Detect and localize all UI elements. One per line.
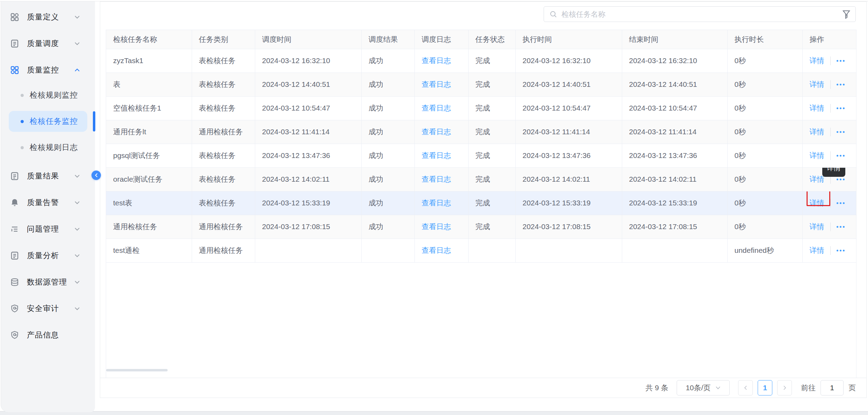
more-actions-button[interactable]	[837, 155, 845, 157]
view-log-link[interactable]: 查看日志	[422, 222, 451, 231]
sidebar-item-quality-analysis[interactable]: 质量分析	[1, 247, 95, 264]
detail-link[interactable]: 详情	[810, 127, 824, 137]
cell-duration: 0秒	[727, 167, 802, 191]
cell-task-status: 完成	[468, 144, 515, 167]
col-header-schedule-time: 调度时间	[255, 30, 361, 49]
sidebar-item-issue-management[interactable]: 问题管理	[1, 221, 95, 237]
cell-schedule-time: 2024-03-12 15:33:19	[255, 191, 361, 215]
more-actions-button[interactable]	[837, 179, 845, 180]
sidebar-item-task-monitoring[interactable]: 检核任务监控	[9, 111, 87, 132]
cell-schedule-log: 查看日志	[414, 191, 468, 215]
view-log-link[interactable]: 查看日志	[422, 199, 451, 207]
detail-link[interactable]: 详情	[810, 174, 824, 184]
view-log-link[interactable]: 查看日志	[422, 56, 451, 65]
document-icon	[10, 251, 19, 260]
sidebar-collapse-button[interactable]	[91, 171, 101, 180]
chevron-down-icon	[74, 280, 80, 284]
cell-task-type: 表检核任务	[192, 49, 255, 73]
sidebar-item-rule-logs[interactable]: 检核规则日志	[9, 137, 87, 158]
sidebar-item-datasource-management[interactable]: 数据源管理	[1, 274, 95, 290]
col-header-schedule-log: 调度日志	[414, 30, 468, 49]
cell-end-time: 2024-03-12 11:41:14	[622, 120, 727, 144]
col-header-exec-time: 执行时间	[515, 30, 622, 49]
action-divider	[830, 199, 831, 208]
cell-schedule-time: 2024-03-12 10:54:47	[255, 96, 361, 120]
sidebar-item-label: 质量告警	[27, 197, 59, 208]
cell-schedule-time: 2024-03-12 14:40:51	[255, 73, 361, 96]
more-actions-button[interactable]	[837, 107, 845, 109]
cell-exec-time: 2024-03-12 15:33:19	[515, 191, 622, 215]
more-actions-button[interactable]	[837, 250, 845, 251]
detail-link[interactable]: 详情	[810, 222, 824, 232]
sidebar-item-quality-definition[interactable]: 质量定义	[1, 9, 95, 25]
page-suffix-label: 页	[848, 383, 856, 393]
table-row: oracle测试任务 表检核任务 2024-03-12 14:02:11 成功 …	[106, 167, 856, 191]
detail-link[interactable]: 详情	[810, 103, 824, 113]
sidebar-item-product-info[interactable]: 产品信息	[1, 327, 95, 344]
cell-exec-time: 2024-03-12 11:41:14	[515, 120, 622, 144]
view-log-link[interactable]: 查看日志	[422, 128, 451, 136]
detail-link[interactable]: 详情	[810, 151, 824, 160]
tooltip: 详情	[822, 167, 845, 177]
cell-schedule-time: 2024-03-12 13:47:36	[255, 144, 361, 167]
view-log-link[interactable]: 查看日志	[422, 80, 451, 88]
more-actions-button[interactable]	[837, 84, 845, 85]
view-log-link[interactable]: 查看日志	[422, 246, 451, 254]
goto-label: 前往	[801, 383, 816, 393]
cell-end-time: 2024-03-12 17:08:15	[622, 215, 727, 239]
page-size-select[interactable]: 10条/页	[677, 380, 730, 395]
detail-link[interactable]: 详情	[810, 246, 824, 255]
sidebar-item-label: 产品信息	[27, 330, 59, 340]
cell-schedule-log: 查看日志	[414, 73, 468, 96]
view-log-link[interactable]: 查看日志	[422, 104, 451, 112]
view-log-link[interactable]: 查看日志	[422, 151, 451, 159]
col-header-task-name: 检核任务名称	[106, 30, 192, 49]
cell-schedule-result: 成功	[361, 167, 414, 191]
more-actions-button[interactable]	[837, 226, 845, 228]
bullet-dot-icon	[21, 94, 24, 97]
document-icon	[10, 39, 19, 48]
goto-page-input[interactable]	[821, 380, 844, 395]
page-number-button[interactable]: 1	[758, 380, 772, 395]
detail-link[interactable]: 详情	[810, 198, 824, 208]
sidebar-submenu: 检核规则监控 检核任务监控 检核规则日志	[1, 85, 95, 158]
sidebar-item-quality-monitoring[interactable]: 质量监控	[1, 62, 95, 78]
detail-link[interactable]: 详情	[810, 80, 824, 89]
sidebar-item-label: 安全审计	[27, 303, 59, 314]
search-input[interactable]	[561, 10, 842, 18]
table-row: 通用检核任务 通用检核任务 2024-03-12 17:08:15 成功 查看日…	[106, 215, 856, 239]
view-log-link[interactable]: 查看日志	[422, 175, 451, 183]
col-header-task-type: 任务类别	[192, 30, 255, 49]
detail-link[interactable]: 详情	[810, 56, 824, 66]
cell-task-status	[468, 239, 515, 262]
sidebar-item-rule-monitoring[interactable]: 检核规则监控	[9, 85, 87, 106]
horizontal-scrollbar[interactable]	[106, 369, 168, 371]
next-page-button[interactable]	[777, 380, 792, 395]
more-actions-button[interactable]	[837, 202, 845, 204]
document-icon	[10, 172, 19, 181]
cell-exec-time: 2024-03-12 17:08:15	[515, 215, 622, 239]
sidebar-item-quality-results[interactable]: 质量结果	[1, 168, 95, 184]
cell-schedule-result: 成功	[361, 120, 414, 144]
filter-funnel-icon[interactable]	[842, 10, 851, 19]
cell-schedule-result	[361, 239, 414, 262]
cell-exec-time: 2024-03-12 16:32:10	[515, 49, 622, 73]
cell-task-type: 表检核任务	[192, 191, 255, 215]
cell-task-type: 通用检核任务	[192, 120, 255, 144]
cell-duration: 0秒	[727, 96, 802, 120]
more-actions-button[interactable]	[837, 131, 845, 133]
prev-page-button[interactable]	[738, 380, 753, 395]
more-actions-button[interactable]	[837, 60, 845, 62]
sidebar-item-security-audit[interactable]: 安全审计	[1, 300, 95, 317]
cell-duration: 0秒	[727, 49, 802, 73]
grid-icon	[10, 13, 19, 22]
cell-schedule-result: 成功	[361, 191, 414, 215]
sidebar-item-quality-scheduling[interactable]: 质量调度	[1, 35, 95, 52]
sidebar-item-quality-alerts[interactable]: 质量告警	[1, 194, 95, 211]
shield-icon	[10, 304, 19, 313]
cell-task-name: test通检	[106, 239, 192, 262]
cell-schedule-time: 2024-03-12 16:32:10	[255, 49, 361, 73]
cell-schedule-time: 2024-03-12 17:08:15	[255, 215, 361, 239]
cell-task-status: 完成	[468, 215, 515, 239]
task-table: 检核任务名称 任务类别 调度时间 调度结果 调度日志 任务状态 执行时间 结束时…	[106, 30, 856, 378]
